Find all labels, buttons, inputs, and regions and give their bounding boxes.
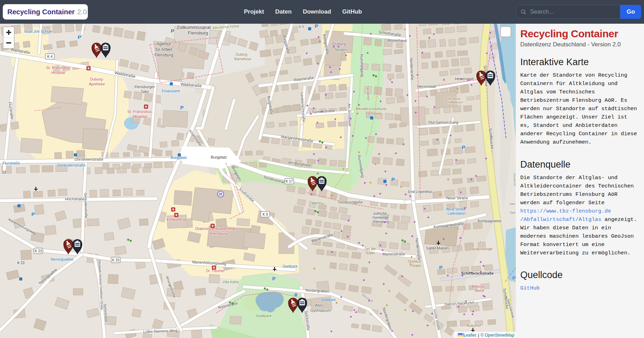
svg-text:Nordertor: Nordertor — [366, 86, 370, 101]
svg-text:Det lille: Det lille — [365, 247, 376, 251]
svg-text:P: P — [462, 144, 465, 150]
svg-text:Leaflet: Leaflet — [463, 333, 476, 338]
svg-text:Stadtpark: Stadtpark — [321, 298, 336, 302]
svg-text:Stadtpark: Stadtpark — [283, 264, 298, 268]
svg-text:Skolen: Skolen — [335, 47, 347, 52]
svg-text:Flensburg: Flensburg — [374, 220, 389, 224]
svg-text:Kompagnietor: Kompagnietor — [478, 219, 502, 223]
svg-text:Herrenstall: Herrenstall — [455, 77, 473, 81]
svg-text:Hospital: Hospital — [133, 114, 147, 118]
svg-text:Teater: Teater — [365, 251, 375, 255]
svg-text:Burgplatz: Burgplatz — [211, 155, 227, 159]
svg-text:Finanzamt: Finanzamt — [162, 89, 179, 93]
svg-text:Gemeinde: Gemeinde — [373, 216, 389, 220]
svg-text:Kinderschutzbund: Kinderschutzbund — [358, 107, 386, 111]
svg-text:Neue Straße: Neue Straße — [446, 196, 468, 200]
svg-text:Dorotheenstraße: Dorotheenstraße — [75, 157, 104, 161]
svg-text:Schiffbrückstraße: Schiffbrückstraße — [461, 271, 494, 275]
svg-text:Barnehove: Barnehove — [235, 57, 252, 61]
svg-text:Alex: Alex — [509, 202, 515, 206]
svg-text:Study Lounge: Study Lounge — [471, 247, 492, 251]
svg-text:Andreas: Andreas — [472, 285, 484, 289]
svg-text:Gertrudenstraße: Gertrudenstraße — [58, 163, 86, 167]
svg-text:P: P — [391, 176, 395, 182]
svg-text:Toosbüystraße: Toosbüystraße — [338, 200, 363, 204]
svg-text:St. Franziskus: St. Franziskus — [46, 66, 70, 70]
svg-text:23: 23 — [2, 170, 6, 174]
svg-text:Agentur: Agentur — [156, 41, 171, 46]
svg-text:P: P — [272, 276, 276, 282]
svg-text:Gesi: Gesi — [510, 211, 516, 214]
svg-text:Duborg: Duborg — [236, 53, 247, 56]
svg-text:Am Schloßwall: Am Schloßwall — [347, 103, 352, 126]
svg-text:P: P — [171, 28, 174, 34]
svg-text:Villa Käthe: Villa Käthe — [222, 280, 239, 284]
svg-text:Duburg-: Duburg- — [90, 77, 104, 81]
svg-text:|: | — [478, 333, 479, 338]
svg-text:Miehe: Miehe — [475, 289, 484, 293]
svg-text:Orpheus: Orpheus — [408, 260, 421, 263]
svg-text:P: P — [180, 105, 184, 110]
svg-text:Flensburg: Flensburg — [188, 30, 208, 36]
svg-text:Herrenstall: Herrenstall — [417, 84, 436, 89]
svg-text:Gymnasium: Gymnasium — [310, 308, 331, 313]
svg-text:Flurstraße: Flurstraße — [2, 161, 20, 165]
svg-text:für Arbeit: für Arbeit — [155, 47, 172, 52]
svg-text:Tafel: Tafel — [140, 90, 148, 94]
svg-text:Marienstraße: Marienstraße — [383, 252, 405, 256]
svg-text:Gust.Joh Schule: Gust.Joh Schule — [24, 29, 53, 33]
svg-text:K 23: K 23 — [35, 249, 42, 253]
svg-text:Neue Straße: Neue Straße — [446, 207, 466, 211]
svg-text:P: P — [31, 211, 35, 217]
svg-text:K 17: K 17 — [286, 179, 293, 183]
svg-text:Elensburg: Elensburg — [446, 97, 460, 100]
svg-text:P: P — [439, 264, 443, 270]
svg-text:P: P — [512, 275, 516, 281]
svg-text:K 15: K 15 — [112, 258, 120, 262]
svg-text:Altes: Altes — [315, 303, 324, 307]
svg-text:Flensburger: Flensburger — [135, 85, 155, 89]
svg-text:Schifffahrtsm: Schifffahrtsm — [445, 101, 463, 104]
svg-text:H: H — [219, 192, 222, 196]
svg-text:Apotheke: Apotheke — [89, 82, 105, 86]
svg-text:K 23: K 23 — [17, 261, 25, 265]
svg-text:♪: ♪ — [479, 239, 482, 244]
svg-text:Rosenhaus: Rosenhaus — [388, 38, 407, 43]
svg-text:Duborg-: Duborg- — [332, 41, 347, 46]
svg-text:St. Franziskus-: St. Franziskus- — [127, 109, 153, 114]
svg-text:Norderstr: Norderstr — [513, 173, 516, 186]
svg-text:Zollkommissariat: Zollkommissariat — [177, 25, 211, 30]
svg-text:P: P — [78, 34, 81, 40]
svg-text:© OpenStreetMap: © OpenStreetMap — [481, 333, 514, 338]
svg-text:Flensburg: Flensburg — [366, 112, 381, 115]
svg-text:Judische: Judische — [373, 212, 387, 215]
svg-text:Rummelgang: Rummelgang — [360, 54, 365, 77]
svg-text:Sankt Marien: Sankt Marien — [426, 246, 449, 250]
svg-text:Diakonissenkrankenhaus: Diakonissenkrankenhaus — [196, 226, 238, 231]
svg-text:Ladestation: Ladestation — [447, 212, 466, 215]
svg-text:Hochstraße: Hochstraße — [65, 197, 85, 201]
svg-text:Hospital: Hospital — [51, 70, 65, 75]
svg-text:e.V.: e.V. — [299, 25, 305, 29]
svg-text:Nerongsallee: Nerongsallee — [51, 257, 74, 261]
svg-text:WellYou: WellYou — [312, 201, 324, 205]
svg-text:Stadtpark: Stadtpark — [255, 314, 272, 318]
svg-text:Flensburg: Flensburg — [154, 53, 173, 57]
svg-text:Ethikreferat: Ethikreferat — [167, 217, 186, 222]
svg-text:Emil Lowenthal: Emil Lowenthal — [408, 190, 432, 194]
svg-text:P: P — [315, 24, 318, 29]
svg-text:K 9: K 9 — [262, 213, 268, 216]
svg-text:K 4: K 4 — [47, 55, 52, 59]
svg-text:Kulturhof: Kulturhof — [467, 324, 481, 328]
svg-text:Oluf-Samson-Gang: Oluf-Samson-Gang — [428, 121, 458, 124]
svg-text:Flensburg: Flensburg — [210, 231, 228, 236]
